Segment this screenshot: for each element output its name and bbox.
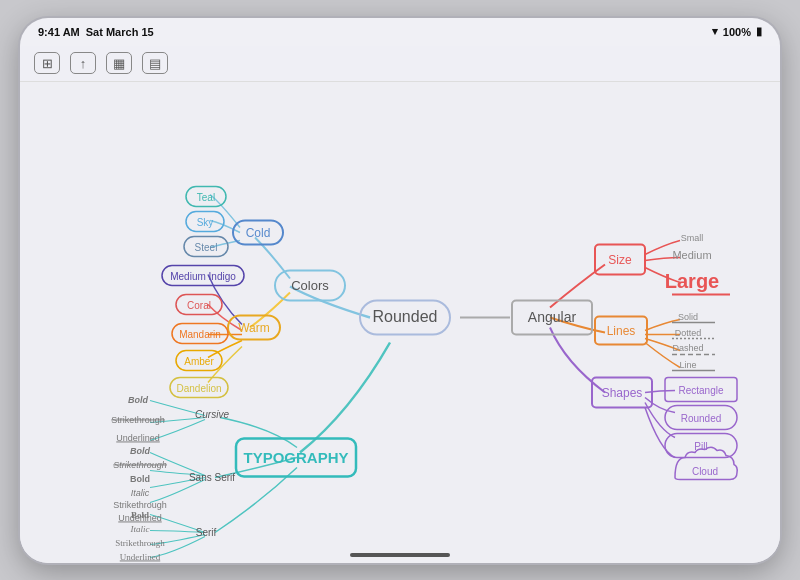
- table-button[interactable]: ▦: [106, 52, 132, 74]
- battery-display: 100%: [723, 26, 751, 38]
- svg-text:Large: Large: [665, 269, 719, 291]
- status-bar: 9:41 AM Sat March 15 ▾ 100% ▮: [20, 18, 780, 46]
- svg-text:Bold: Bold: [128, 394, 148, 404]
- svg-text:Rounded: Rounded: [373, 307, 438, 324]
- svg-text:Angular: Angular: [528, 308, 577, 324]
- svg-text:Medium: Medium: [672, 248, 711, 260]
- toolbar: ⊞ ↑ ▦ ▤: [20, 46, 780, 82]
- svg-text:Mandarin: Mandarin: [179, 328, 221, 339]
- svg-text:Cloud: Cloud: [692, 465, 718, 476]
- svg-text:Strikethrough: Strikethrough: [113, 459, 167, 469]
- svg-text:Underlined: Underlined: [116, 432, 160, 442]
- share-button[interactable]: ↑: [70, 52, 96, 74]
- svg-text:TYPOGRAPHY: TYPOGRAPHY: [243, 448, 348, 465]
- svg-text:Dotted: Dotted: [675, 327, 702, 337]
- svg-text:Bold: Bold: [130, 473, 150, 483]
- battery-icon: ▮: [756, 25, 762, 38]
- svg-text:Lines: Lines: [607, 323, 636, 337]
- svg-text:Colors: Colors: [291, 277, 329, 292]
- svg-text:Shapes: Shapes: [602, 385, 643, 399]
- svg-text:Bold: Bold: [130, 445, 150, 455]
- svg-text:Cursive: Cursive: [195, 408, 229, 419]
- home-indicator: [350, 553, 450, 557]
- svg-text:Rounded: Rounded: [681, 412, 722, 423]
- wifi-icon: ▾: [712, 25, 718, 38]
- svg-text:Warm: Warm: [238, 320, 270, 334]
- svg-text:Line: Line: [679, 359, 696, 369]
- svg-text:Serif: Serif: [196, 526, 217, 537]
- svg-text:Size: Size: [608, 252, 632, 266]
- layout-button[interactable]: ▤: [142, 52, 168, 74]
- svg-text:Dandelion: Dandelion: [176, 382, 221, 393]
- mindmap-svg: Rounded Angular Colors Cold Warm Teal Sk…: [20, 82, 780, 563]
- svg-text:Strikethrough: Strikethrough: [111, 414, 165, 424]
- svg-text:Amber: Amber: [184, 355, 214, 366]
- svg-text:Small: Small: [681, 232, 704, 242]
- grid-button[interactable]: ⊞: [34, 52, 60, 74]
- svg-text:Medium Indigo: Medium Indigo: [170, 270, 236, 281]
- svg-text:Strikethrough: Strikethrough: [113, 499, 167, 509]
- svg-text:Strikethrough: Strikethrough: [115, 537, 165, 547]
- svg-text:Bold: Bold: [131, 509, 149, 519]
- date-display: Sat March 15: [86, 26, 154, 38]
- svg-text:Underlined: Underlined: [120, 551, 161, 561]
- svg-text:Solid: Solid: [678, 311, 698, 321]
- svg-text:Teal: Teal: [197, 191, 215, 202]
- svg-text:Sans Serif: Sans Serif: [189, 471, 235, 482]
- svg-text:Cold: Cold: [246, 225, 271, 239]
- svg-text:Sky: Sky: [197, 216, 214, 227]
- ipad-frame: 9:41 AM Sat March 15 ▾ 100% ▮ ⊞ ↑ ▦ ▤: [20, 18, 780, 563]
- svg-text:Coral: Coral: [187, 299, 211, 310]
- svg-text:Rectangle: Rectangle: [678, 384, 723, 395]
- svg-text:Steel: Steel: [195, 241, 218, 252]
- time-display: 9:41 AM: [38, 26, 80, 38]
- mindmap-canvas: Rounded Angular Colors Cold Warm Teal Sk…: [20, 82, 780, 563]
- svg-text:Dashed: Dashed: [672, 342, 703, 352]
- svg-text:Italic: Italic: [131, 487, 150, 497]
- svg-text:Italic: Italic: [130, 523, 150, 533]
